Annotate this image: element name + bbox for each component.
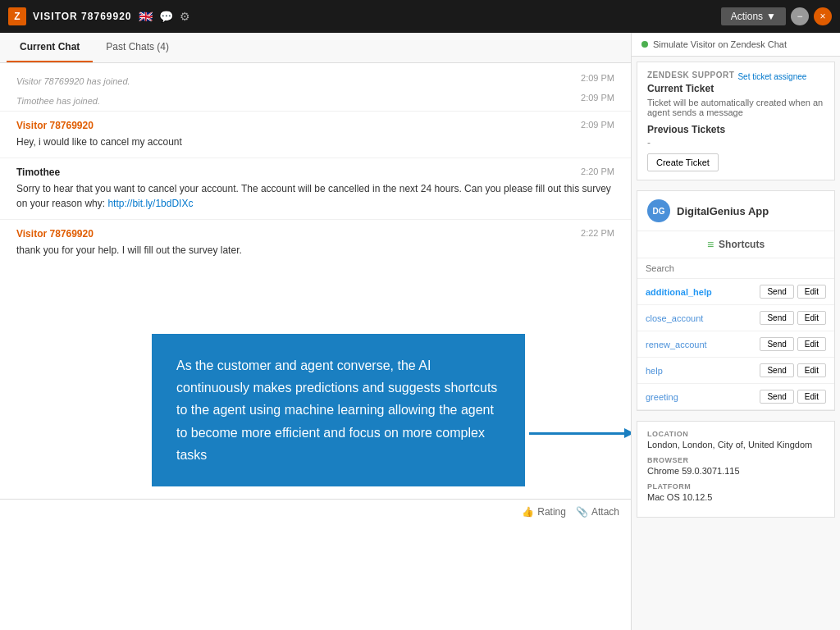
current-ticket-title: Current Ticket (647, 83, 824, 94)
chat-message-2: Timothee 2:20 PM Sorry to hear that you … (0, 158, 631, 219)
shortcut-send-2[interactable]: Send (760, 337, 793, 351)
msg-time-3: 2:22 PM (581, 228, 614, 240)
system-message-1: Visitor 78769920 has joined. (16, 73, 130, 89)
shortcut-btns-1: Send Edit (760, 311, 826, 325)
attach-icon: 📎 (576, 506, 588, 518)
sender-visitor-1: Visitor 78769920 (16, 120, 94, 131)
message-header-3: Visitor 78769920 2:22 PM (16, 228, 614, 240)
message-link-2[interactable]: http://bit.ly/1bdDIXc (107, 198, 193, 209)
shortcut-name-1: close_account (646, 313, 760, 323)
msg-time-1: 2:09 PM (581, 120, 614, 131)
tabs-bar: Current Chat Past Chats (4) (0, 33, 631, 63)
zendesk-logo: Z (8, 7, 26, 25)
attach-action[interactable]: 📎 Attach (576, 506, 619, 518)
msg-time-2: 2:20 PM (581, 167, 614, 178)
previous-tickets-value: - (647, 137, 824, 148)
dg-avatar: DG (647, 199, 670, 222)
shortcut-row-2: renew_account Send Edit (637, 331, 834, 358)
dg-header: DG DigitalGenius App (637, 191, 834, 231)
shortcuts-label: Shortcuts (719, 239, 765, 250)
browser-label: BROWSER (647, 456, 824, 464)
chat-input-area: 👍 Rating 📎 Attach (0, 499, 631, 630)
chat-message-1: Visitor 78769920 2:09 PM Hey, i would li… (0, 111, 631, 158)
shortcut-edit-3[interactable]: Edit (797, 363, 826, 377)
platform-label: PLATFORM (647, 482, 824, 491)
settings-icon: ⚙ (180, 10, 190, 23)
tooltip-box: As the customer and agent converse, the … (152, 334, 525, 486)
flag-icon: 🇬🇧 (139, 10, 153, 23)
close-button[interactable]: × (814, 7, 832, 25)
set-assignee-link[interactable]: Set ticket assignee (737, 72, 806, 81)
tooltip-arrow (529, 432, 628, 435)
location-section: LOCATION London, London, City of, United… (637, 421, 835, 518)
simulate-dot (641, 41, 648, 48)
visitor-id: VISITOR 78769920 (33, 11, 132, 22)
message-text-1: Hey, i would like to cancel my account (16, 135, 614, 149)
header-right: Actions ▼ − × (721, 7, 832, 25)
message-text-2: Sorry to hear that you want to cancel yo… (16, 181, 614, 211)
message-header-2: Timothee 2:20 PM (16, 167, 614, 178)
shortcut-row-0: additional_help Send Edit (637, 279, 834, 305)
digitalgenius-section: DG DigitalGenius App ≡ Shortcuts additio… (637, 190, 835, 411)
platform-value: Mac OS 10.12.5 (647, 492, 824, 502)
timestamp-1: 2:09 PM (581, 73, 614, 89)
location-label: LOCATION (647, 430, 824, 438)
shortcut-btns-2: Send Edit (760, 337, 826, 351)
chat-area: Visitor 78769920 has joined. 2:09 PM Tim… (0, 63, 631, 499)
shortcut-send-0[interactable]: Send (760, 285, 793, 299)
shortcut-name-0: additional_help (646, 287, 760, 297)
rating-label: Rating (537, 506, 566, 518)
tooltip-text: As the customer and agent converse, the … (176, 358, 497, 462)
shortcut-name-2: renew_account (646, 340, 760, 349)
tab-current-chat[interactable]: Current Chat (7, 33, 93, 62)
shortcut-edit-1[interactable]: Edit (797, 311, 826, 325)
shortcut-btns-0: Send Edit (760, 285, 826, 299)
previous-tickets-title: Previous Tickets (647, 124, 824, 135)
dg-app-title: DigitalGenius App (677, 205, 769, 217)
shortcut-edit-4[interactable]: Edit (797, 390, 826, 404)
header: Z VISITOR 78769920 🇬🇧 💬 ⚙ Actions ▼ − × (0, 0, 840, 33)
shortcut-send-1[interactable]: Send (760, 311, 793, 325)
message-header-1: Visitor 78769920 2:09 PM (16, 120, 614, 131)
shortcut-btns-4: Send Edit (760, 390, 826, 404)
shortcut-send-4[interactable]: Send (760, 390, 793, 404)
right-panel: Simulate Visitor on Zendesk Chat ZENDESK… (632, 33, 840, 630)
tab-past-chats[interactable]: Past Chats (4) (93, 33, 182, 62)
header-left: Z VISITOR 78769920 🇬🇧 💬 ⚙ (8, 7, 190, 25)
shortcuts-icon: ≡ (707, 238, 714, 251)
system-message-2: Timothee has joined. (16, 93, 100, 109)
zendesk-support-section: ZENDESK SUPPORT Set ticket assignee Curr… (637, 62, 835, 180)
simulate-text: Simulate Visitor on Zendesk Chat (653, 39, 787, 49)
sender-agent-2: Timothee (16, 167, 60, 178)
shortcut-edit-2[interactable]: Edit (797, 337, 826, 351)
shortcut-row-3: help Send Edit (637, 358, 834, 384)
system-message-row-2: Timothee has joined. 2:09 PM (0, 91, 631, 111)
chat-message-3: Visitor 78769920 2:22 PM thank you for y… (0, 219, 631, 266)
thumbs-up-icon: 👍 (522, 506, 534, 518)
current-ticket-text: Ticket will be automatically created whe… (647, 98, 824, 117)
shortcut-name-3: help (646, 366, 760, 376)
chevron-down-icon: ▼ (766, 11, 776, 22)
shortcut-edit-0[interactable]: Edit (797, 285, 826, 299)
shortcut-row-1: close_account Send Edit (637, 305, 834, 331)
main-layout: Current Chat Past Chats (4) Visitor 7876… (0, 33, 840, 630)
shortcut-send-3[interactable]: Send (760, 363, 793, 377)
rating-action[interactable]: 👍 Rating (522, 506, 566, 518)
shortcut-btns-3: Send Edit (760, 363, 826, 377)
minimize-button[interactable]: − (791, 7, 809, 25)
chat-icon: 💬 (159, 10, 173, 23)
message-text-3: thank you for your help. I will fill out… (16, 243, 614, 258)
sender-visitor-3: Visitor 78769920 (16, 228, 94, 240)
shortcut-row-4: greeting Send Edit (637, 384, 834, 410)
simulate-bar[interactable]: Simulate Visitor on Zendesk Chat (632, 33, 840, 57)
message-text-2-part1: Sorry to hear that you want to cancel yo… (16, 183, 611, 209)
zendesk-header: ZENDESK SUPPORT Set ticket assignee (647, 71, 824, 83)
shortcuts-header: ≡ Shortcuts (637, 231, 834, 258)
attach-label: Attach (591, 506, 619, 518)
shortcuts-search-input[interactable] (637, 258, 834, 279)
timestamp-2: 2:09 PM (581, 93, 614, 109)
create-ticket-button[interactable]: Create Ticket (647, 153, 719, 171)
system-message-row-1: Visitor 78769920 has joined. 2:09 PM (0, 71, 631, 91)
browser-value: Chrome 59.0.3071.115 (647, 466, 824, 476)
actions-button[interactable]: Actions ▼ (721, 7, 786, 25)
